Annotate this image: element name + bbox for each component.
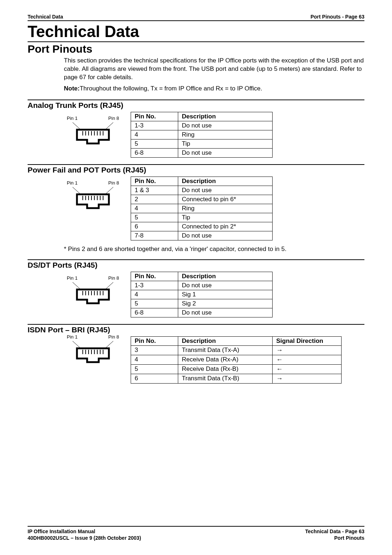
th-sig: Signal Direction — [273, 336, 342, 345]
pin1-label: Pin 1 — [67, 275, 78, 281]
th-pin: Pin No. — [131, 112, 178, 121]
table-row: 5Receive Data (Rx-B)← — [131, 364, 342, 374]
footer-left: IP Office Installation Manual 40DHB0002U… — [28, 528, 141, 541]
dsdt-title: DS/DT Ports (RJ45) — [28, 261, 364, 270]
pin1-label: Pin 1 — [67, 180, 78, 186]
pin-labels: Pin 1 Pin 8 — [64, 275, 122, 281]
th-pin: Pin No. — [131, 177, 178, 186]
table-row: 1-3Do not use — [131, 121, 273, 130]
section-rule — [28, 100, 364, 100]
rj45-diagram: Pin 1 Pin 8 — [64, 275, 122, 308]
svg-line-10 — [73, 187, 80, 194]
footer-rule — [28, 526, 364, 527]
isdn-body: Pin 1 Pin 8 Pin No. Description Signal D… — [64, 336, 364, 384]
table-row: 7-8Do not use — [131, 231, 273, 240]
arrow-right-icon: → — [273, 374, 342, 383]
header-left: Technical Data — [28, 14, 63, 20]
table-header-row: Pin No. Description — [131, 112, 273, 121]
section-title: Port Pinouts — [28, 43, 364, 55]
table-row: 2Connected to pin 6* — [131, 195, 273, 204]
title-rule — [28, 41, 364, 42]
table-row: 4Ring — [131, 130, 273, 139]
isdn-table: Pin No. Description Signal Direction 3Tr… — [131, 336, 342, 384]
pin8-label: Pin 8 — [108, 275, 119, 281]
table-row: 4Sig 1 — [131, 290, 273, 299]
table-row: 6-8Do not use — [131, 148, 273, 157]
footer-manual-title: IP Office Installation Manual — [28, 528, 141, 535]
svg-line-31 — [106, 341, 113, 348]
analog-title: Analog Trunk Ports (RJ45) — [28, 101, 364, 110]
rj45-icon — [64, 340, 122, 365]
footer-row: IP Office Installation Manual 40DHB0002U… — [28, 528, 364, 541]
table-row: 4Receive Data (Rx-A)← — [131, 355, 342, 364]
note-text: Throughout the following, Tx = from IP O… — [79, 85, 262, 92]
footer-issue: 40DHB0002USCL – Issue 9 (28th October 20… — [28, 535, 141, 541]
section-rule — [28, 324, 364, 325]
table-row: 1 & 3Do not use — [131, 186, 273, 195]
page-footer: IP Office Installation Manual 40DHB0002U… — [28, 526, 364, 541]
pin8-label: Pin 8 — [108, 180, 119, 186]
svg-line-1 — [106, 122, 113, 129]
arrow-left-icon: ← — [273, 364, 342, 374]
th-pin: Pin No. — [131, 272, 178, 281]
arrow-right-icon: → — [273, 345, 342, 355]
table-row: 5Tip — [131, 213, 273, 222]
section-rule — [28, 164, 364, 165]
table-row: 5Tip — [131, 139, 273, 148]
table-row: 5Sig 2 — [131, 299, 273, 308]
svg-line-30 — [73, 341, 80, 348]
arrow-left-icon: ← — [273, 355, 342, 364]
rj45-diagram: Pin 1 Pin 8 — [64, 180, 122, 212]
isdn-title: ISDN Port – BRI (RJ45) — [28, 325, 364, 334]
section-rule — [28, 259, 364, 260]
table-row: 6Connected to pin 2* — [131, 222, 273, 231]
th-desc: Description — [178, 336, 273, 345]
powerfail-body: Pin 1 Pin 8 Pin No. Description 1 & 3Do … — [64, 177, 364, 240]
pin8-label: Pin 8 — [108, 116, 119, 121]
svg-line-20 — [73, 282, 80, 289]
table-row: 1-3Do not use — [131, 281, 273, 290]
svg-line-11 — [106, 187, 113, 194]
pin-labels: Pin 1 Pin 8 — [64, 334, 122, 340]
dsdt-body: Pin 1 Pin 8 Pin No. Description 1-3Do no… — [64, 272, 364, 317]
note-label: Note: — [64, 85, 79, 92]
th-desc: Description — [178, 112, 273, 121]
th-desc: Description — [178, 272, 273, 281]
table-row: 3Transmit Data (Tx-A)→ — [131, 345, 342, 355]
analog-table: Pin No. Description 1-3Do not use 4Ring … — [131, 112, 273, 158]
header-rule — [28, 20, 364, 21]
pin1-label: Pin 1 — [67, 116, 78, 121]
table-row: 6Transmit Data (Tx-B)→ — [131, 374, 342, 383]
intro-paragraph: This section provides the technical spec… — [64, 57, 364, 82]
powerfail-title: Power Fail and POT Ports (RJ45) — [28, 166, 364, 174]
table-header-row: Pin No. Description — [131, 177, 273, 186]
intro-block: This section provides the technical spec… — [64, 57, 364, 93]
footer-right: Technical Data - Page 63 Port Pinouts — [305, 528, 364, 541]
footer-section-ref: Port Pinouts — [305, 535, 364, 541]
header-right: Port Pinouts - Page 63 — [310, 14, 364, 20]
table-header-row: Pin No. Description Signal Direction — [131, 336, 342, 345]
dsdt-table: Pin No. Description 1-3Do not use 4Sig 1… — [131, 272, 273, 317]
rj45-diagram: Pin 1 Pin 8 — [64, 334, 122, 366]
table-row: 6-8Do not use — [131, 308, 273, 317]
rj45-icon — [64, 121, 122, 146]
page-header: Technical Data Port Pinouts - Page 63 — [28, 14, 364, 20]
analog-body: Pin 1 Pin 8 Pin No. Description 1-3Do no… — [64, 112, 364, 158]
table-header-row: Pin No. Description — [131, 272, 273, 281]
svg-line-21 — [106, 282, 113, 289]
th-desc: Description — [178, 177, 273, 186]
main-title: Technical Data — [28, 23, 364, 41]
powerfail-footnote: * Pins 2 and 6 are shorted together and,… — [64, 246, 364, 253]
footer-page-ref: Technical Data - Page 63 — [305, 528, 364, 535]
svg-line-0 — [73, 122, 80, 129]
table-row: 4Ring — [131, 204, 273, 213]
rj45-diagram: Pin 1 Pin 8 — [64, 116, 122, 148]
intro-note: Note:Throughout the following, Tx = from… — [64, 85, 364, 93]
powerfail-table: Pin No. Description 1 & 3Do not use 2Con… — [131, 177, 273, 240]
rj45-icon — [64, 186, 122, 211]
rj45-icon — [64, 281, 122, 306]
th-pin: Pin No. — [131, 336, 178, 345]
pin1-label: Pin 1 — [67, 334, 78, 340]
pin-labels: Pin 1 Pin 8 — [64, 180, 122, 186]
pin8-label: Pin 8 — [108, 334, 119, 340]
